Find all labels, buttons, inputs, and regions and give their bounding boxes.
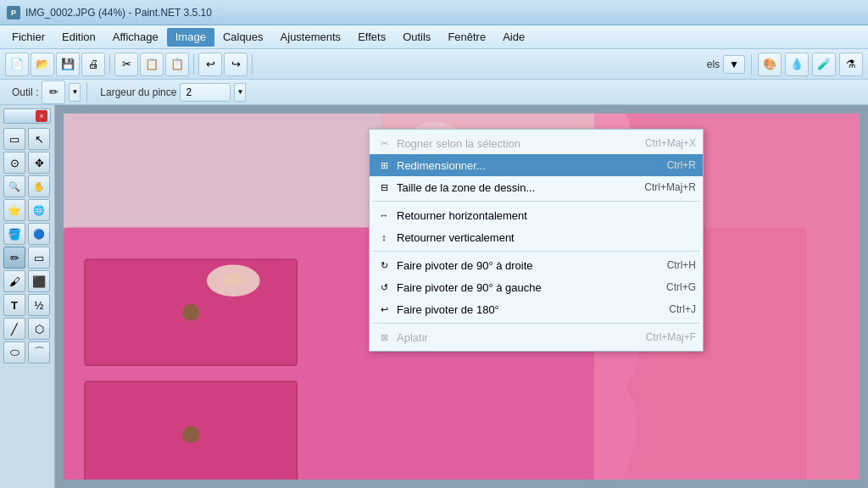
toolbar-open[interactable]: 📂 — [31, 53, 54, 76]
dropdown-label-taille-zone: Taille de la zone de dessin... — [397, 181, 627, 194]
tool-brush[interactable]: 🖌 — [3, 270, 25, 292]
tool-panel-close[interactable]: × — [36, 110, 47, 122]
tool-number[interactable]: ½ — [28, 294, 50, 316]
menu-item-fenetre[interactable]: Fenêtre — [439, 28, 494, 47]
dropdown-shortcut-redimensionner: Ctrl+R — [667, 159, 696, 171]
dropdown-shortcut-rogner: Ctrl+Maj+X — [645, 137, 696, 149]
canvas-area: 🦋 ✂Rogner selon la sélectionCtrl+Maj+X⊞R… — [55, 105, 868, 488]
dropdown-icon-retourner-h: ↔ — [376, 208, 392, 223]
toolbar-color4[interactable]: ⚗ — [839, 53, 863, 76]
menu-item-ajustements[interactable]: Ajustements — [272, 28, 350, 47]
tool-color-pick[interactable]: 🌐 — [28, 199, 50, 221]
dropdown-arrow: ▼ — [729, 58, 739, 70]
tool-zoom[interactable]: 🔍 — [3, 175, 25, 197]
toolbar-sep3 — [252, 54, 253, 75]
app-icon: P — [7, 6, 20, 19]
dropdown-label-rogner: Rogner selon la sélection — [397, 137, 628, 150]
dropdown-shortcut-pivoter-90d: Ctrl+H — [667, 259, 696, 271]
dropdown-separator — [373, 201, 699, 202]
dropdown-icon-taille-zone: ⊟ — [376, 180, 392, 195]
tool-paint-bucket[interactable]: 🪣 — [3, 223, 25, 245]
menu-item-aide[interactable]: Aide — [494, 28, 533, 47]
title-bar: P IMG_0002.JPG (44%) - Paint.NET 3.5.10 — [0, 0, 868, 25]
toolbar-undo[interactable]: ↩ — [198, 53, 222, 76]
dropdown-label-pivoter-90d: Faire pivoter de 90° à droite — [397, 259, 650, 272]
width-arrow[interactable]: ▼ — [234, 83, 246, 102]
tool-line[interactable]: ╱ — [3, 318, 25, 340]
tool-panel-header: × — [3, 108, 51, 124]
layers-dropdown[interactable]: ▼ — [723, 55, 745, 74]
toolbar-sep4 — [751, 54, 752, 75]
toolbar-redo[interactable]: ↪ — [224, 53, 248, 76]
menu-bar: FichierEditionAffichageImageCalquesAjust… — [0, 25, 868, 49]
toolbar: 📄 📂 💾 🖨 ✂ 📋 📋 ↩ ↪ els ▼ 🎨 💧 🧪 ⚗ — [0, 49, 868, 80]
dropdown-shortcut-taille-zone: Ctrl+Maj+R — [644, 181, 696, 193]
toolbar-new[interactable]: 📄 — [5, 53, 29, 76]
dropdown-icon-retourner-v: ↕ — [376, 230, 392, 245]
menu-item-affichage[interactable]: Affichage — [104, 28, 167, 47]
menu-item-image[interactable]: Image — [167, 28, 214, 47]
tool-text[interactable]: T — [3, 294, 25, 316]
menu-item-calques[interactable]: Calques — [214, 28, 272, 47]
dropdown-item-redimensionner[interactable]: ⊞Redimensionner...Ctrl+R — [370, 154, 703, 176]
dropdown-separator — [373, 251, 699, 252]
toolbar-right: els ▼ 🎨 💧 🧪 ⚗ — [700, 53, 863, 76]
tool-select-rect[interactable]: ▭ — [3, 128, 25, 150]
menu-item-outils[interactable]: Outils — [394, 28, 439, 47]
dropdown-item-retourner-h[interactable]: ↔Retourner horizontalement — [370, 204, 703, 226]
dropdown-label-retourner-v: Retourner verticalement — [397, 231, 696, 244]
dropdown-icon-pivoter-90g: ↺ — [376, 280, 392, 295]
tool-sep — [86, 82, 87, 103]
menu-item-effets[interactable]: Effets — [349, 28, 394, 47]
tool-panel: × ▭ ↖ ⊙ ✥ 🔍 ✋ ⭐ 🌐 🪣 🔵 ✏ ▭ 🖌 ⬛ T ½ ╱ ⬡ ⬭ … — [0, 105, 55, 488]
dropdown-icon-rogner: ✂ — [376, 136, 392, 151]
menu-item-fichier[interactable]: Fichier — [3, 28, 53, 47]
toolbar-color3[interactable]: 🧪 — [812, 53, 836, 76]
dropdown-icon-redimensionner: ⊞ — [376, 158, 392, 173]
tool-stamp[interactable]: ⬛ — [28, 270, 50, 292]
toolbar-sep1 — [109, 54, 110, 75]
toolbar-print[interactable]: 🖨 — [81, 53, 105, 76]
svg-point-6 — [182, 304, 199, 321]
dropdown-item-retourner-v[interactable]: ↕Retourner verticalement — [370, 226, 703, 248]
tool-ellipse[interactable]: ⬭ — [3, 341, 25, 363]
menu-item-edition[interactable]: Edition — [53, 28, 104, 47]
image-menu-dropdown: ✂Rogner selon la sélectionCtrl+Maj+X⊞Red… — [369, 129, 704, 352]
tool-dropdown-arrow[interactable]: ▼ — [69, 83, 81, 102]
dropdown-item-pivoter-90d[interactable]: ↻Faire pivoter de 90° à droiteCtrl+H — [370, 254, 703, 276]
dropdown-label-pivoter-90g: Faire pivoter de 90° à gauche — [397, 281, 649, 294]
toolbar-color2[interactable]: 💧 — [785, 53, 809, 76]
dropdown-item-rogner: ✂Rogner selon la sélectionCtrl+Maj+X — [370, 132, 703, 154]
toolbar-copy[interactable]: 📋 — [140, 53, 164, 76]
toolbar-sep2 — [193, 54, 194, 75]
toolbar-paste[interactable]: 📋 — [165, 53, 189, 76]
dropdown-shortcut-aplatir: Ctrl+Maj+F — [646, 331, 696, 343]
dropdown-item-aplatir: ⊠AplatirCtrl+Maj+F — [370, 326, 703, 348]
layers-label: els — [707, 58, 720, 70]
dropdown-item-pivoter-180[interactable]: ↩Faire pivoter de 180°Ctrl+J — [370, 298, 703, 320]
tool-pan[interactable]: ✋ — [28, 175, 50, 197]
toolbar-cut[interactable]: ✂ — [114, 53, 138, 76]
dropdown-shortcut-pivoter-180: Ctrl+J — [669, 303, 696, 315]
dropdown-label-redimensionner: Redimensionner... — [397, 159, 650, 172]
tool-clone[interactable]: 🔵 — [28, 223, 50, 245]
dropdown-icon-pivoter-180: ↩ — [376, 302, 392, 317]
toolbar-save[interactable]: 💾 — [56, 53, 80, 76]
tool-lasso[interactable]: ⊙ — [3, 152, 25, 174]
tool-move[interactable]: ↖ — [28, 128, 50, 150]
dropdown-item-pivoter-90g[interactable]: ↺Faire pivoter de 90° à gaucheCtrl+G — [370, 276, 703, 298]
tool-freehand[interactable]: ⌒ — [28, 341, 50, 363]
main-area: × ▭ ↖ ⊙ ✥ 🔍 ✋ ⭐ 🌐 🪣 🔵 ✏ ▭ 🖌 ⬛ T ½ ╱ ⬡ ⬭ … — [0, 105, 868, 488]
tool-pencil[interactable]: ✏ — [3, 247, 25, 269]
tool-eraser[interactable]: ▭ — [28, 247, 50, 269]
dropdown-icon-aplatir: ⊠ — [376, 330, 392, 345]
width-dropdown[interactable]: 2 — [180, 83, 231, 102]
toolbar-color1[interactable]: 🎨 — [758, 53, 782, 76]
tool-pencil-option[interactable]: ✏ — [42, 80, 65, 104]
tool-magic-wand[interactable]: ⭐ — [3, 199, 25, 221]
dropdown-item-taille-zone[interactable]: ⊟Taille de la zone de dessin...Ctrl+Maj+… — [370, 176, 703, 198]
outil-label: Outil : — [12, 86, 38, 98]
tool-move2[interactable]: ✥ — [28, 152, 50, 174]
tool-shape[interactable]: ⬡ — [28, 318, 50, 340]
svg-point-7 — [182, 426, 199, 443]
